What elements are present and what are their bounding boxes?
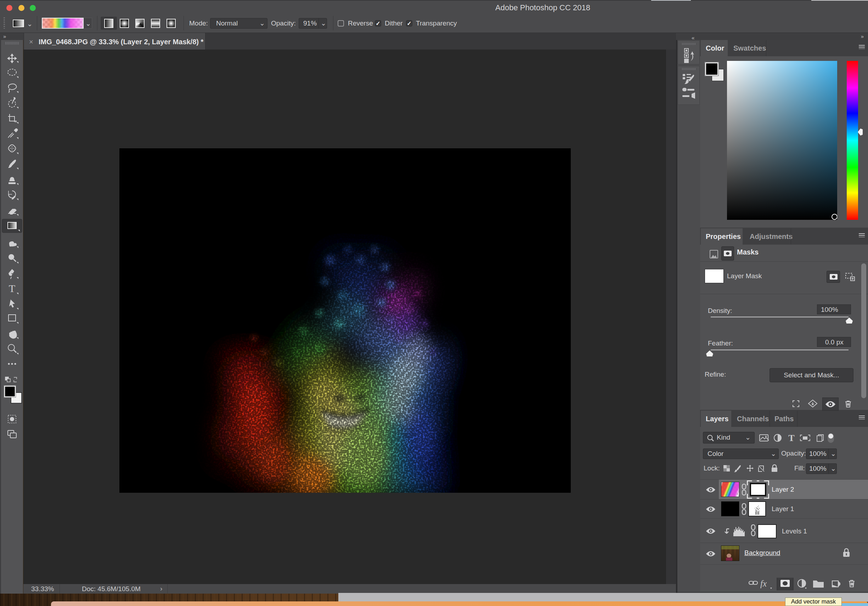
svg-text:T: T	[9, 283, 15, 294]
svg-text:fx: fx	[760, 579, 767, 588]
svg-text:T: T	[788, 433, 794, 443]
